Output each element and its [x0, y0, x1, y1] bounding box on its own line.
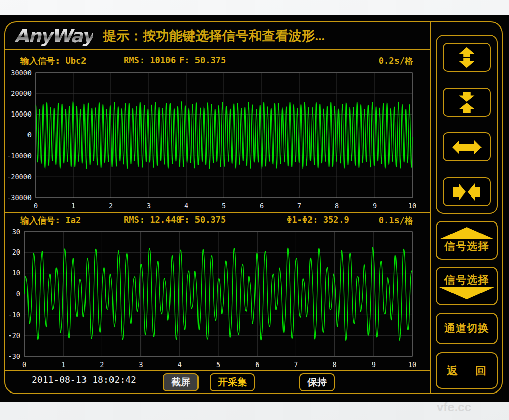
signal-select-up-button[interactable]: 信号选择: [436, 221, 498, 260]
chart2-phase-value: Φ1-Φ2: 352.9: [287, 215, 349, 225]
svg-text:1: 1: [71, 202, 75, 210]
triangle-down-icon: [439, 287, 494, 299]
header-divider: [5, 49, 430, 50]
svg-text:6: 6: [260, 202, 264, 210]
current-waveform-chart: 3020100-10-20-30012345678910: [0, 228, 430, 370]
svg-text:8: 8: [335, 202, 339, 210]
anyway-logo: AnyWay: [14, 25, 93, 47]
chart2-rms-value: RMS: 12.448: [124, 215, 181, 225]
chart1-rms-value: RMS: 10106: [124, 55, 176, 65]
svg-text:10: 10: [408, 360, 416, 369]
signal-select-down-label: 信号选择: [444, 273, 489, 287]
compress-vertical-arrows-icon: [452, 91, 482, 114]
screenshot-button-label: 截屏: [171, 376, 190, 389]
svg-text:3: 3: [147, 202, 151, 210]
svg-text:9: 9: [373, 202, 377, 210]
svg-text:10: 10: [12, 269, 20, 277]
watermark: vfe.cc: [437, 400, 471, 414]
svg-text:-30: -30: [8, 352, 20, 360]
svg-text:-20: -20: [8, 331, 20, 340]
svg-text:30: 30: [12, 228, 20, 236]
return-button-char-left: 返: [447, 363, 458, 378]
svg-text:5: 5: [222, 202, 226, 210]
svg-text:-10: -10: [8, 311, 20, 319]
chart2-info-row: 输入信号: Ia2 RMS: 12.448 F: 50.375 Φ1-Φ2: 3…: [0, 215, 430, 228]
svg-text:1: 1: [61, 360, 65, 369]
screenshot-button[interactable]: 截屏: [163, 373, 199, 391]
svg-text:2: 2: [109, 202, 113, 210]
header: AnyWay 提示：按功能键选择信号和查看波形...: [5, 22, 430, 49]
svg-text:20: 20: [12, 248, 20, 256]
channel-switch-label: 通道切换: [444, 321, 489, 335]
channel-switch-button[interactable]: 通道切换: [436, 313, 498, 344]
svg-text:2: 2: [100, 360, 104, 369]
svg-text:6: 6: [255, 360, 259, 369]
expand-horizontal-arrows-icon: [451, 137, 482, 157]
svg-text:8: 8: [333, 360, 337, 369]
svg-text:10000: 10000: [11, 110, 32, 118]
compress-horizontal-button[interactable]: [443, 177, 491, 206]
hint-text: 提示：按功能键选择信号和查看波形...: [103, 27, 325, 45]
svg-text:20000: 20000: [11, 89, 32, 97]
svg-text:-20000: -20000: [7, 173, 32, 181]
start-acquisition-button[interactable]: 开采集: [210, 373, 255, 391]
expand-vertical-arrows-icon: [452, 46, 482, 69]
return-button-char-right: 回: [475, 363, 487, 378]
hold-button-label: 保持: [307, 376, 327, 389]
svg-text:9: 9: [372, 360, 376, 369]
signal-select-up-label: 信号选择: [444, 239, 489, 254]
svg-text:-30000: -30000: [7, 193, 32, 202]
chart2-timebase: 0.1s/格: [379, 215, 413, 227]
expand-horizontal-button[interactable]: [443, 132, 491, 161]
zoom-button-group: [436, 35, 498, 214]
hold-button[interactable]: 保持: [299, 373, 335, 391]
return-button[interactable]: 返 回: [436, 352, 498, 389]
chart1-timebase: 0.2s/格: [379, 55, 413, 67]
svg-text:3: 3: [139, 360, 143, 369]
sidebar: 信号选择 信号选择 通道切换 返 回: [431, 21, 503, 394]
svg-text:10: 10: [408, 202, 416, 210]
svg-text:0: 0: [27, 131, 32, 139]
chart1-info-row: 输入信号: Ubc2 RMS: 10106 F: 50.375 0.2s/格: [0, 55, 430, 68]
timestamp: 2011-08-13 18:02:42: [32, 374, 136, 385]
compress-vertical-button[interactable]: [443, 88, 491, 117]
chart2-signal-label: 输入信号: Ia2: [20, 215, 81, 227]
svg-text:4: 4: [184, 202, 188, 210]
svg-text:0: 0: [22, 360, 26, 369]
compress-horizontal-arrows-icon: [451, 181, 482, 203]
chart2-freq-value: F: 50.375: [179, 215, 226, 225]
instrument-screen: AnyWay 提示：按功能键选择信号和查看波形... 输入信号: Ubc2 RM…: [0, 15, 509, 402]
signal-select-down-button[interactable]: 信号选择: [436, 267, 498, 305]
svg-text:7: 7: [297, 202, 301, 210]
svg-text:30000: 30000: [11, 69, 32, 77]
expand-vertical-button[interactable]: [443, 43, 491, 72]
svg-text:5: 5: [216, 360, 220, 369]
voltage-waveform-chart: 3000020000100000-10000-20000-30000012345…: [0, 69, 430, 221]
svg-text:-10000: -10000: [7, 152, 32, 160]
statusbar-divider: [5, 370, 430, 371]
svg-text:0: 0: [34, 202, 38, 210]
svg-text:7: 7: [294, 360, 298, 369]
svg-text:0: 0: [16, 290, 20, 298]
triangle-up-icon: [439, 227, 494, 239]
chart1-freq-value: F: 50.375: [179, 55, 226, 65]
chart1-signal-label: 输入信号: Ubc2: [20, 55, 86, 67]
start-acquisition-button-label: 开采集: [218, 376, 247, 389]
svg-text:4: 4: [178, 360, 182, 369]
